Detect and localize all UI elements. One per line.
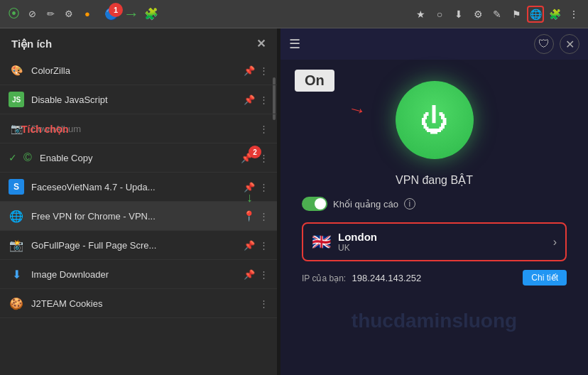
step2-badge: 2 xyxy=(249,146,261,158)
menu-icon[interactable]: ⋮ xyxy=(565,6,582,23)
extensions-list: 🎨 ColorZilla 📌 ⋮ JS Disable JavaScript 📌… xyxy=(0,56,277,371)
arrow-right: → xyxy=(124,5,139,23)
watermark: thucdaminsluong xyxy=(352,310,517,332)
checkmark-icon: ✓ xyxy=(9,152,17,163)
on-label: On xyxy=(295,70,334,92)
colorzilla-icon: 🎨 xyxy=(9,62,24,78)
detail-button[interactable]: Chi tiết xyxy=(523,270,567,286)
panel-header: Tiện ích ✕ xyxy=(0,28,277,56)
icon-orange[interactable]: ● xyxy=(80,6,95,22)
ext-name: Image Downloader xyxy=(31,269,239,280)
more-icon[interactable]: ⋮ xyxy=(259,65,268,76)
enablecopy-icon: © xyxy=(20,150,36,165)
toggle-row: Khối quảng cáo i xyxy=(295,197,574,211)
pin-icon: 📌 xyxy=(244,240,255,251)
icon-2[interactable]: ⊘ xyxy=(24,6,40,22)
gear-icon[interactable]: ⚙ xyxy=(469,6,486,23)
power-icon: ⏻ xyxy=(420,104,449,136)
green-arrow: ↓ xyxy=(246,190,253,205)
vpn-topbar: ☰ 🛡 ✕ xyxy=(281,28,588,60)
ext-name: ColorZilla xyxy=(31,65,239,76)
ext-name: DownAlbum xyxy=(31,124,255,134)
ext-name: GoFullPage - Full Page Scre... xyxy=(31,240,239,251)
ip-label: IP của bạn: xyxy=(302,273,346,283)
ext-name: FaceseoVietNam 4.7 - Upda... xyxy=(31,182,239,192)
more-icon[interactable]: ⋮ xyxy=(259,298,268,309)
vpn-shield-icon[interactable]: 🛡 xyxy=(534,34,554,54)
vpn-top-icons: 🛡 ✕ xyxy=(534,34,579,54)
vpn-status: VPN đang BẬT xyxy=(396,173,473,187)
toggle-label: Khối quảng cáo xyxy=(333,199,398,210)
pin-icon: 📌 xyxy=(244,65,255,76)
pin-icon: 📌 xyxy=(244,269,255,280)
more-icon[interactable]: ⋮ xyxy=(259,182,268,192)
icon-pencil[interactable]: ✏ xyxy=(43,6,58,22)
ext-name: Enable Copy xyxy=(40,153,236,163)
ext-name: Free VPN for Chrome - VPN... xyxy=(31,211,239,222)
info-icon[interactable]: i xyxy=(404,198,415,210)
more-icon[interactable]: ⋮ xyxy=(259,211,268,222)
more-icon[interactable]: ⋮ xyxy=(259,94,268,105)
red-arrow: → xyxy=(345,97,369,123)
uk-flag: 🇬🇧 xyxy=(312,233,331,251)
more-icon[interactable]: ⋮ xyxy=(259,124,268,134)
list-item[interactable]: S FaceseoVietNam 4.7 - Upda... 📌 ⋮ xyxy=(0,173,277,202)
hamburger-menu[interactable]: ☰ xyxy=(289,36,300,52)
vpn-close-icon[interactable]: ✕ xyxy=(560,34,579,54)
star-icon[interactable]: ★ xyxy=(412,6,429,23)
close-button[interactable]: ✕ xyxy=(256,37,266,50)
list-item[interactable]: 🌐 Free VPN for Chrome - VPN... 📍 ⋮ ↓ xyxy=(0,202,277,231)
list-item[interactable]: 📷 DownAlbum ⋮ xyxy=(0,114,277,143)
more-icon[interactable]: ⋮ xyxy=(259,240,268,251)
location-info: London UK xyxy=(338,231,553,253)
circle-icon[interactable]: ○ xyxy=(431,6,448,23)
pencil-icon[interactable]: ✎ xyxy=(489,6,506,23)
icon-1[interactable]: ⦿ xyxy=(6,6,21,22)
ip-label-group: IP của bạn: 198.244.143.252 xyxy=(302,271,421,284)
downalbum-icon: 📷 xyxy=(9,121,24,136)
icon-gear[interactable]: ⚙ xyxy=(61,6,77,22)
list-item[interactable]: 🎨 ColorZilla 📌 ⋮ xyxy=(0,56,277,85)
extensions-panel: Tiện ích ✕ 🎨 ColorZilla 📌 ⋮ JS Disable J… xyxy=(0,28,277,375)
list-item[interactable]: 🍪 J2TEAM Cookies ⋮ xyxy=(0,289,277,318)
panel-title: Tiện ích xyxy=(11,38,52,50)
gofullpage-icon: 📸 xyxy=(9,237,24,253)
more-icon[interactable]: ⋮ xyxy=(259,269,268,280)
location-name: London xyxy=(338,231,553,243)
step1-badge: 1 xyxy=(109,3,123,17)
vpn-panel: ☰ 🛡 ✕ On → ⏻ VPN đang BẬT Khối quảng cáo… xyxy=(281,28,588,375)
j2team-icon: 🍪 xyxy=(9,295,24,311)
ad-block-toggle[interactable] xyxy=(302,197,327,211)
vpn-toolbar-icon[interactable]: 🌐 xyxy=(527,6,544,23)
pin-icon: 📌 xyxy=(244,94,255,105)
faceseo-icon: S xyxy=(9,179,24,195)
list-item[interactable]: JS Disable JavaScript 📌 ⋮ xyxy=(0,85,277,114)
ip-row: IP của bạn: 198.244.143.252 Chi tiết xyxy=(295,261,574,286)
location-country: UK xyxy=(338,243,553,253)
imgdl-icon: ⬇ xyxy=(9,266,24,282)
freevpn-icon: 🌐 xyxy=(9,208,24,224)
ext-name: Disable JavaScript xyxy=(31,94,239,105)
power-button[interactable]: ⏻ xyxy=(396,81,474,159)
pin-icon[interactable]: 📍 xyxy=(243,210,255,222)
right-toolbar: ★ ○ ⬇ ⚙ ✎ ⚑ 🌐 🧩 ⋮ xyxy=(412,6,582,23)
list-item[interactable]: ⬇ Image Downloader 📌 ⋮ xyxy=(0,260,277,289)
extensions-icon[interactable]: 🧩 xyxy=(546,6,563,23)
chevron-right-icon: › xyxy=(553,236,557,249)
browser-toolbar: ⦿ ⊘ ✏ ⚙ ● 🔵 1 → 🧩 ★ ○ ⬇ ⚙ ✎ ⚑ 🌐 🧩 ⋮ xyxy=(0,0,588,28)
ip-value: 198.244.143.252 xyxy=(352,273,422,283)
puzzle-icon[interactable]: 🧩 xyxy=(143,6,159,22)
vpn-content: On → ⏻ VPN đang BẬT Khối quảng cáo i 🇬🇧 … xyxy=(281,60,588,297)
flag-icon[interactable]: ⚑ xyxy=(508,6,525,23)
js-icon: JS xyxy=(9,92,24,107)
location-selector[interactable]: 🇬🇧 London UK › xyxy=(302,222,567,261)
list-item[interactable]: ✓ © Enable Copy 📌 ⋮ 2 Tích chọn xyxy=(0,143,277,173)
list-item[interactable]: 📸 GoFullPage - Full Page Scre... 📌 ⋮ xyxy=(0,231,277,260)
ext-name: J2TEAM Cookies xyxy=(31,298,255,309)
download-icon[interactable]: ⬇ xyxy=(450,6,467,23)
